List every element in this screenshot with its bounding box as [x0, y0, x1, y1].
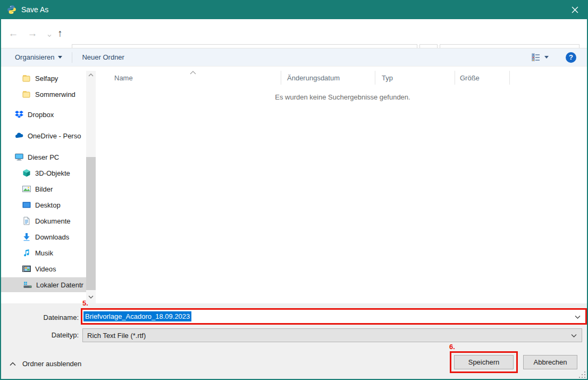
sort-ascending-icon: [190, 67, 196, 77]
sidebar-item-label: Selfapy: [35, 75, 58, 82]
toolbar-divider: [72, 52, 72, 63]
window-title: Save As: [21, 5, 48, 14]
close-button[interactable]: [561, 0, 588, 19]
music-note-icon: [22, 249, 31, 257]
column-divider[interactable]: [509, 71, 510, 85]
sidebar-item-dropbox[interactable]: Dropbox: [0, 107, 85, 122]
view-mode-button[interactable]: [528, 53, 552, 61]
sidebar-item-label: 3D-Objekte: [35, 169, 70, 177]
help-button[interactable]: ?: [566, 52, 576, 63]
scrollbar-thumb[interactable]: [86, 157, 96, 290]
column-header-name[interactable]: Name: [114, 71, 133, 85]
cancel-button[interactable]: Abbrechen: [523, 355, 577, 369]
sidebar-item-label: Dropbox: [28, 111, 54, 119]
resize-grip[interactable]: [579, 371, 585, 378]
filename-dropdown-chevron-icon[interactable]: [575, 312, 581, 321]
column-divider[interactable]: [281, 71, 281, 85]
annotation-box-save: Speichern: [450, 351, 518, 373]
folder-icon: [22, 90, 31, 98]
sidebar-item-desktop[interactable]: Desktop: [0, 197, 85, 212]
folder-icon: [22, 74, 31, 82]
sidebar-item-label: OneDrive - Perso: [28, 132, 81, 140]
column-header-aenderungsdatum[interactable]: Änderungsdatum: [287, 71, 340, 85]
hide-folders-button[interactable]: Ordner ausblenden: [10, 360, 81, 368]
computer-monitor-icon: [15, 153, 23, 161]
annotation-step-5: 5.: [82, 299, 88, 307]
back-icon[interactable]: ←: [6, 27, 20, 40]
desktop-screen-icon: [22, 201, 31, 209]
sidebar-item-sommerwind[interactable]: Sommerwind: [0, 87, 85, 102]
annotation-box-filename: Briefvorlage_Acadoro_18.09.2023: [81, 308, 587, 325]
film-icon: [22, 265, 31, 273]
sidebar-item-lokaler-datentraeger[interactable]: Lokaler Datentr: [1, 277, 86, 292]
sidebar-item-dokumente[interactable]: Dokumente: [0, 213, 85, 228]
column-header-typ[interactable]: Typ: [382, 71, 393, 85]
organize-label: Organisieren: [15, 53, 54, 61]
dropbox-icon: [15, 110, 23, 119]
up-icon[interactable]: ↑: [53, 27, 67, 40]
sidebar-item-label: Videos: [35, 265, 56, 273]
sidebar-item-dieser-pc[interactable]: Dieser PC: [0, 150, 85, 164]
column-divider[interactable]: [375, 71, 375, 85]
command-toolbar: Organisieren Neuer Ordner ?: [0, 48, 588, 67]
filename-label: Dateiname:: [0, 313, 79, 321]
sidebar-item-label: Downloads: [35, 233, 69, 241]
navigation-pane: Selfapy Sommerwind Dropbox OneDrive - Pe…: [0, 67, 98, 303]
chevron-down-icon: [58, 56, 62, 59]
sidebar-item-label: Lokaler Datentr: [36, 281, 83, 289]
onedrive-cloud-icon: [15, 131, 23, 140]
sidebar-item-label: Sommerwind: [35, 90, 75, 98]
3d-cube-icon: [22, 169, 31, 177]
pictures-icon: [22, 185, 31, 193]
scroll-up-icon[interactable]: [86, 71, 96, 79]
sidebar-item-3d-objekte[interactable]: 3D-Objekte: [0, 166, 85, 180]
sidebar-item-selfapy[interactable]: Selfapy: [0, 71, 85, 86]
new-folder-label: Neuer Ordner: [82, 53, 124, 61]
sidebar-item-label: Dieser PC: [28, 153, 59, 161]
chevron-down-icon: [544, 56, 549, 59]
sidebar-item-label: Musik: [35, 249, 53, 257]
column-header-groesse[interactable]: Größe: [460, 71, 480, 85]
filetype-selected-value: Rich Text File (*.rtf): [87, 332, 146, 340]
filetype-label: Dateityp:: [0, 331, 79, 339]
save-as-dialog: Save As ← → ↑ « ProjectCenter Projekte S…: [0, 0, 588, 380]
window-border: [0, 0, 1, 380]
sidebar-item-label: Bilder: [35, 185, 53, 193]
filename-selected-text: Briefvorlage_Acadoro_18.09.2023: [83, 311, 191, 321]
local-disk-icon: [23, 280, 32, 289]
document-icon: [22, 217, 31, 225]
chevron-up-icon: [10, 362, 16, 366]
python-app-icon: [7, 5, 16, 14]
file-list-area: Name Änderungsdatum Typ Größe Es wurden …: [98, 67, 587, 303]
navigation-row: ← → ↑ « ProjectCenter Projekte S_2022-1 …: [0, 19, 588, 48]
question-mark-icon: ?: [569, 53, 573, 61]
title-bar: Save As: [0, 0, 588, 19]
filename-input[interactable]: Briefvorlage_Acadoro_18.09.2023: [82, 310, 585, 323]
details-view-icon: [532, 53, 541, 61]
filetype-dropdown-chevron-icon: [571, 331, 577, 340]
download-arrow-icon: [22, 233, 31, 241]
sidebar-item-onedrive[interactable]: OneDrive - Perso: [0, 128, 85, 143]
column-divider[interactable]: [455, 71, 455, 85]
sidebar-item-label: Desktop: [35, 201, 61, 209]
close-icon: [572, 6, 578, 13]
sidebar-scrollbar[interactable]: [86, 71, 96, 303]
save-button[interactable]: Speichern: [454, 355, 514, 369]
organize-button[interactable]: Organisieren: [10, 48, 68, 66]
empty-results-message: Es wurden keine Suchergebnisse gefunden.: [98, 93, 587, 101]
sidebar-item-videos[interactable]: Videos: [0, 261, 85, 276]
sidebar-item-label: Dokumente: [35, 217, 70, 225]
filetype-select[interactable]: Rich Text File (*.rtf): [82, 328, 582, 342]
sidebar-item-musik[interactable]: Musik: [0, 245, 85, 260]
forward-icon[interactable]: →: [26, 27, 39, 40]
sidebar-item-downloads[interactable]: Downloads: [0, 229, 85, 244]
sidebar-item-bilder[interactable]: Bilder: [0, 181, 85, 196]
new-folder-button[interactable]: Neuer Ordner: [77, 48, 129, 66]
hide-folders-label: Ordner ausblenden: [22, 360, 81, 368]
annotation-step-6: 6.: [449, 343, 455, 351]
